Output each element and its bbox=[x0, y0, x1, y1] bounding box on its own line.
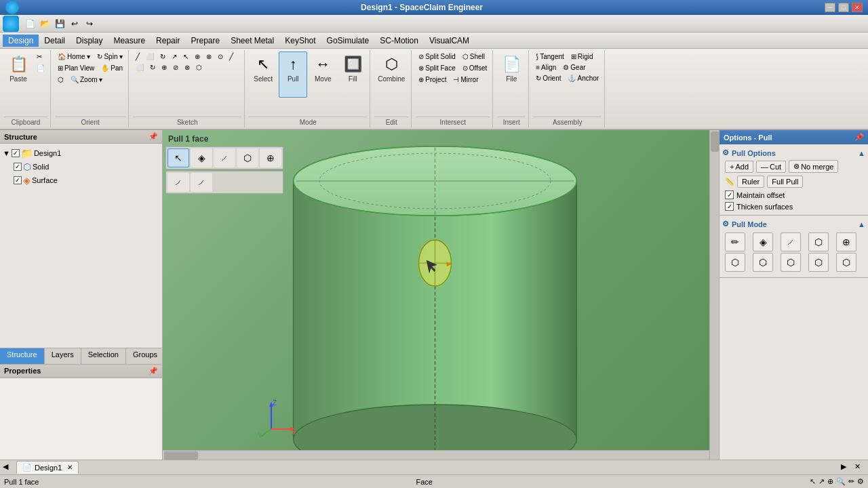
qa-save[interactable]: 💾 bbox=[53, 18, 66, 30]
viewport-scrollbar-horizontal[interactable] bbox=[163, 450, 709, 460]
tab-structure[interactable]: Structure bbox=[0, 348, 45, 364]
maximize-button[interactable]: □ bbox=[838, 3, 849, 12]
design1-checkbox[interactable]: ✓ bbox=[12, 149, 20, 157]
tree-surface[interactable]: ✓ ◈ Surface bbox=[14, 174, 159, 187]
menu-detail[interactable]: Detail bbox=[39, 35, 71, 47]
sketch-btn-10[interactable]: ⬜ bbox=[133, 62, 146, 73]
sketch-btn-15[interactable]: ⬡ bbox=[193, 62, 205, 73]
vp-extra-btn1[interactable]: ⟋ bbox=[167, 173, 189, 192]
offset-button[interactable]: ⊙ Offset bbox=[460, 63, 490, 73]
sketch-btn-13[interactable]: ⊘ bbox=[170, 62, 181, 73]
menu-scmotion[interactable]: SC-Motion bbox=[374, 35, 424, 47]
viewport[interactable]: Pull 1 face ↖ ◈ ⟋ ⬡ ⊕ ⟋ ⟋ bbox=[163, 130, 719, 460]
structure-pin[interactable]: 📌 bbox=[149, 132, 158, 141]
pull-cut-button[interactable]: — Cut bbox=[756, 161, 786, 173]
mode-btn-4[interactable]: ⬡ bbox=[808, 232, 829, 251]
gear-button[interactable]: ⚙ Gear bbox=[560, 62, 588, 73]
sketch-btn-8[interactable]: ⊙ bbox=[215, 52, 226, 62]
mode-btn-9[interactable]: ⬡ bbox=[808, 253, 829, 272]
menu-repair[interactable]: Repair bbox=[151, 35, 185, 47]
mode-btn-6[interactable]: ⬡ bbox=[725, 253, 745, 272]
menu-prepare[interactable]: Prepare bbox=[185, 35, 225, 47]
shell-button[interactable]: ⬡ Shell bbox=[460, 52, 488, 62]
select-button[interactable]: ↖ Select bbox=[249, 52, 277, 98]
mode-btn-1[interactable]: ✏ bbox=[725, 232, 745, 251]
move-button[interactable]: ↔ Move bbox=[309, 52, 337, 98]
orient2-button[interactable]: ⬡ bbox=[55, 75, 66, 85]
viewport-scrollbar-vertical[interactable] bbox=[709, 130, 719, 460]
status-icon-zoom[interactable]: 🔍 bbox=[836, 477, 846, 486]
qa-new[interactable]: 📄 bbox=[23, 18, 37, 30]
thicken-surfaces-row[interactable]: ✓ Thicken surfaces bbox=[722, 201, 865, 212]
mode-btn-3[interactable]: ⟋ bbox=[781, 232, 801, 251]
pan-button[interactable]: ✋ Pan bbox=[98, 63, 125, 73]
sketch-btn-14[interactable]: ⊗ bbox=[182, 62, 193, 73]
spin-button[interactable]: ↻ Spin ▾ bbox=[94, 52, 125, 62]
tab-selection[interactable]: Selection bbox=[81, 348, 126, 364]
status-icon-pencil[interactable]: ✏ bbox=[848, 477, 854, 486]
tab-close-all[interactable]: ✕ bbox=[854, 462, 865, 473]
doc-tab-close[interactable]: ✕ bbox=[67, 464, 73, 471]
copy-button[interactable]: 📄 bbox=[34, 63, 47, 73]
menu-design[interactable]: Design bbox=[3, 35, 39, 47]
minimize-button[interactable]: ─ bbox=[825, 3, 835, 12]
qa-redo[interactable]: ↪ bbox=[83, 18, 96, 30]
menu-measure[interactable]: Measure bbox=[108, 35, 151, 47]
zoom-button[interactable]: 🔍 Zoom ▾ bbox=[68, 75, 105, 85]
menu-keyshot[interactable]: KeyShot bbox=[279, 35, 321, 47]
sketch-btn-11[interactable]: ↻ bbox=[147, 62, 158, 73]
pull-mode-expand[interactable]: ▲ bbox=[858, 220, 865, 228]
sketch-btn-6[interactable]: ⊕ bbox=[192, 52, 203, 62]
ruler-button[interactable]: Ruler bbox=[737, 176, 764, 188]
menu-visualcam[interactable]: VisualCAM bbox=[424, 35, 475, 47]
status-icon-select[interactable]: ↖ bbox=[810, 477, 816, 486]
sketch-btn-3[interactable]: ↻ bbox=[157, 52, 168, 62]
sketch-btn-9[interactable]: ╱ bbox=[226, 52, 236, 62]
pull-options-expand[interactable]: ▲ bbox=[858, 149, 865, 157]
surface-checkbox[interactable]: ✓ bbox=[14, 176, 22, 184]
tab-layers[interactable]: Layers bbox=[45, 348, 81, 364]
sketch-btn-2[interactable]: ⬜ bbox=[143, 52, 157, 62]
status-icon-add[interactable]: ⊕ bbox=[827, 477, 833, 486]
fill-button[interactable]: 🔲 Fill bbox=[338, 52, 367, 98]
mode-btn-5[interactable]: ⊕ bbox=[836, 232, 856, 251]
file-button[interactable]: 📄 File bbox=[497, 52, 526, 98]
vp-extra-btn2[interactable]: ⟋ bbox=[191, 173, 212, 192]
close-button[interactable]: ✕ bbox=[852, 3, 863, 12]
tree-solid[interactable]: ✓ ⬡ Solid bbox=[14, 160, 159, 174]
home-button[interactable]: 🏠 Home ▾ bbox=[55, 52, 93, 62]
fullpull-button[interactable]: Full Pull bbox=[767, 176, 803, 188]
cut-button[interactable]: ✂ bbox=[34, 52, 47, 62]
tree-design1[interactable]: ▼ ✓ 📁 Design1 bbox=[3, 146, 159, 160]
pull-button[interactable]: ↑ Pull bbox=[279, 52, 307, 98]
pull-nomerge-button[interactable]: ⊗ No merge bbox=[789, 160, 838, 173]
split-face-button[interactable]: ⊗ Split Face bbox=[416, 63, 458, 73]
vp-circle-btn[interactable]: ⊕ bbox=[260, 148, 281, 167]
menu-gosimulate[interactable]: GoSimulate bbox=[321, 35, 375, 47]
anchor-button[interactable]: ⚓ Anchor bbox=[565, 73, 601, 83]
vp-select-btn[interactable]: ↖ bbox=[167, 148, 189, 167]
sketch-btn-5[interactable]: ↖ bbox=[180, 52, 191, 62]
solid-checkbox[interactable]: ✓ bbox=[14, 163, 22, 171]
sketch-btn-12[interactable]: ⊕ bbox=[159, 62, 170, 73]
sketch-btn-7[interactable]: ⊗ bbox=[203, 52, 214, 62]
quick-access-toolbar[interactable]: 📄 📂 💾 ↩ ↪ bbox=[23, 18, 96, 30]
pull-add-button[interactable]: + Add bbox=[725, 161, 753, 173]
mode-btn-10[interactable]: ⬡ bbox=[836, 253, 856, 272]
maintain-offset-row[interactable]: ✓ Maintain offset bbox=[722, 189, 865, 201]
paste-button[interactable]: 📋 Paste bbox=[4, 52, 33, 98]
window-controls[interactable]: ─ □ ✕ bbox=[825, 3, 863, 12]
mode-btn-7[interactable]: ⬡ bbox=[753, 253, 773, 272]
tangent-button[interactable]: ⟆ Tangent bbox=[533, 52, 567, 62]
tab-scroll-left[interactable]: ◀ bbox=[3, 462, 14, 473]
orient-assembly-button[interactable]: ↻ Orient bbox=[533, 73, 564, 83]
mode-btn-8[interactable]: ⬡ bbox=[781, 253, 801, 272]
menu-display[interactable]: Display bbox=[71, 35, 108, 47]
align-button[interactable]: ≡ Align bbox=[533, 62, 559, 73]
sketch-btn-1[interactable]: ╱ bbox=[133, 52, 142, 62]
tab-scroll-right[interactable]: ▶ bbox=[841, 462, 852, 473]
qa-open[interactable]: 📂 bbox=[38, 18, 52, 30]
properties-pin[interactable]: 📌 bbox=[149, 367, 158, 375]
status-icon-cursor[interactable]: ↗ bbox=[818, 477, 825, 486]
planview-button[interactable]: ⊞ Plan View bbox=[55, 63, 97, 73]
